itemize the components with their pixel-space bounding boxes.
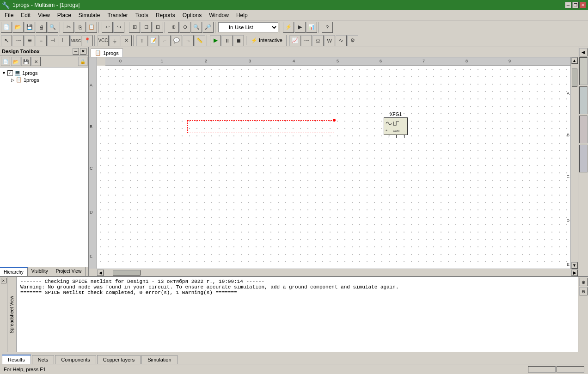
wire-tool[interactable]: 〰 xyxy=(12,35,24,46)
scroll-left-button[interactable]: ◀ xyxy=(97,270,104,276)
scroll-thumb-v[interactable] xyxy=(572,68,577,87)
xfg1-body[interactable]: + COM - xyxy=(384,117,408,135)
tab-visibility[interactable]: Visibility xyxy=(28,267,52,276)
tab-components[interactable]: Components xyxy=(55,355,96,364)
zoom-area-button[interactable]: ⊞ xyxy=(129,22,140,33)
annotate-button[interactable]: ⚡ xyxy=(283,22,294,33)
zoom-out-button[interactable]: ⊖ xyxy=(179,22,190,33)
menu-reports[interactable]: Reports xyxy=(152,11,179,19)
cut-button[interactable]: ✂ xyxy=(63,22,74,33)
toolbox-close-button[interactable]: ✕ xyxy=(80,48,86,55)
menu-place[interactable]: Place xyxy=(54,11,75,19)
connector-tool[interactable]: ⊣ xyxy=(47,35,58,46)
output-close-button[interactable]: ✕ xyxy=(1,278,6,283)
hierarchical-tool[interactable]: ⊢ xyxy=(59,35,70,46)
tree-expand-icon[interactable]: ▼ xyxy=(2,71,6,75)
output-zoom-in[interactable]: ⊕ xyxy=(579,278,588,286)
save-design-button[interactable]: 💾 xyxy=(21,57,31,66)
new-button[interactable]: 📄 xyxy=(1,22,12,33)
menu-file[interactable]: File xyxy=(1,11,17,19)
print-button[interactable]: 🖨 xyxy=(36,22,47,33)
bode-button[interactable]: ∿ xyxy=(336,35,347,46)
close-button[interactable]: ✕ xyxy=(580,2,586,8)
text-tool[interactable]: T xyxy=(136,35,147,46)
open-design-button[interactable]: 📂 xyxy=(11,57,20,66)
analysis-button[interactable]: 📊 xyxy=(306,22,317,33)
zoom-objects-button[interactable]: ⊡ xyxy=(152,22,163,33)
bus-tool[interactable]: ≡ xyxy=(36,35,47,46)
spreadsheet-view-tab[interactable]: Spreadsheet View xyxy=(7,277,17,352)
settings-button[interactable]: ⚙ xyxy=(347,35,358,46)
menu-edit[interactable]: Edit xyxy=(17,11,34,19)
tab-copper-layers[interactable]: Copper layers xyxy=(97,355,141,364)
menu-simulate[interactable]: Simulate xyxy=(75,11,104,19)
menu-transfer[interactable]: Transfer xyxy=(104,11,132,19)
tab-results[interactable]: Results xyxy=(2,355,31,364)
minimize-button[interactable]: ─ xyxy=(565,2,571,8)
tree-root[interactable]: ▼ ✓ 💻 1progs xyxy=(2,69,86,76)
inuse-dropdown[interactable]: --- In-Use List --- xyxy=(218,22,278,32)
save-button[interactable]: 💾 xyxy=(24,22,35,33)
titlebar-controls[interactable]: ─ ❐ ✕ xyxy=(565,2,586,8)
scroll-right-button[interactable]: ▶ xyxy=(571,270,578,276)
menu-tools[interactable]: Tools xyxy=(132,11,152,19)
rs-btn-1[interactable]: ◀ xyxy=(579,48,588,56)
canvas-grid[interactable]: A B C D E XFG1 xyxy=(97,66,570,269)
simulate-start[interactable]: ▶ xyxy=(210,35,221,46)
vertical-scrollbar[interactable]: ▲ ▼ xyxy=(570,57,578,269)
run-button[interactable]: ▶ xyxy=(294,22,306,33)
doc-tab-1progs[interactable]: 📋 1progs xyxy=(91,49,123,57)
find-button[interactable]: 🔎 xyxy=(202,22,214,33)
multimeter-button[interactable]: Ω xyxy=(312,35,324,46)
gnd-tool[interactable]: ⏚ xyxy=(109,35,120,46)
simulate-pause[interactable]: ⏸ xyxy=(221,35,233,46)
simulate-stop[interactable]: ⏹ xyxy=(233,35,244,46)
junction-tool[interactable]: ⊕ xyxy=(24,35,35,46)
restore-button[interactable]: ❐ xyxy=(572,2,579,8)
tree-child-expand-icon[interactable]: ▷ xyxy=(11,78,14,82)
xfg1-component[interactable]: XFG1 + xyxy=(384,112,408,135)
print-preview-button[interactable]: 🔍 xyxy=(47,22,58,33)
comment-tool[interactable]: 💬 xyxy=(171,35,182,46)
arrow-tool[interactable]: → xyxy=(183,35,194,46)
misc-tool[interactable]: MISC xyxy=(70,35,81,46)
tab-hierarchy[interactable]: Hierarchy xyxy=(0,267,28,276)
new-design-button[interactable]: 📄 xyxy=(1,57,10,66)
measurement-tool[interactable]: 📏 xyxy=(194,35,205,46)
zoom-sheet-button[interactable]: ⊟ xyxy=(141,22,152,33)
interactive-label[interactable]: ⚡ Interactive xyxy=(249,36,285,45)
toolbox-minimize-button[interactable]: ─ xyxy=(73,48,79,55)
scroll-down-button[interactable]: ▼ xyxy=(571,262,578,269)
tree-checkbox-root[interactable]: ✓ xyxy=(7,70,13,76)
menu-options[interactable]: Options xyxy=(179,11,205,19)
scroll-thumb-h[interactable] xyxy=(113,270,141,276)
tab-project-view[interactable]: Project View xyxy=(52,267,86,276)
select-tool[interactable]: ↖ xyxy=(1,35,12,46)
tab-simulation[interactable]: Simulation xyxy=(141,355,177,364)
copy-button[interactable]: ⎘ xyxy=(74,22,86,33)
vcc-tool[interactable]: VCC xyxy=(98,35,109,46)
menu-help[interactable]: Help xyxy=(233,11,251,19)
probe-tool[interactable]: 📍 xyxy=(82,35,93,46)
bus-entry-tool[interactable]: ⌐ xyxy=(159,35,171,46)
menu-view[interactable]: View xyxy=(34,11,54,19)
grapher-button[interactable]: 📈 xyxy=(289,35,300,46)
menu-window[interactable]: Window xyxy=(205,11,233,19)
help-button[interactable]: ? xyxy=(322,22,333,33)
close-design-button[interactable]: ✕ xyxy=(31,57,41,66)
redo-button[interactable]: ↪ xyxy=(113,22,124,33)
output-zoom-out[interactable]: ⊖ xyxy=(579,287,588,295)
scroll-up-button[interactable]: ▲ xyxy=(571,57,578,64)
zoom-percent-button[interactable]: 🔍 xyxy=(191,22,202,33)
oscilloscope-button[interactable]: 〰 xyxy=(301,35,312,46)
tab-nets[interactable]: Nets xyxy=(32,355,55,364)
undo-button[interactable]: ↩ xyxy=(102,22,113,33)
open-button[interactable]: 📂 xyxy=(12,22,24,33)
horizontal-scrollbar[interactable]: ◀ ▶ xyxy=(97,269,578,276)
paste-button[interactable]: 📋 xyxy=(86,22,97,33)
note-tool[interactable]: 📝 xyxy=(148,35,159,46)
tree-child[interactable]: ▷ 📋 1progs xyxy=(2,76,86,83)
wattmeter-button[interactable]: W xyxy=(324,35,335,46)
noconnect-tool[interactable]: ✕ xyxy=(121,35,132,46)
zoom-in-button[interactable]: ⊕ xyxy=(168,22,179,33)
